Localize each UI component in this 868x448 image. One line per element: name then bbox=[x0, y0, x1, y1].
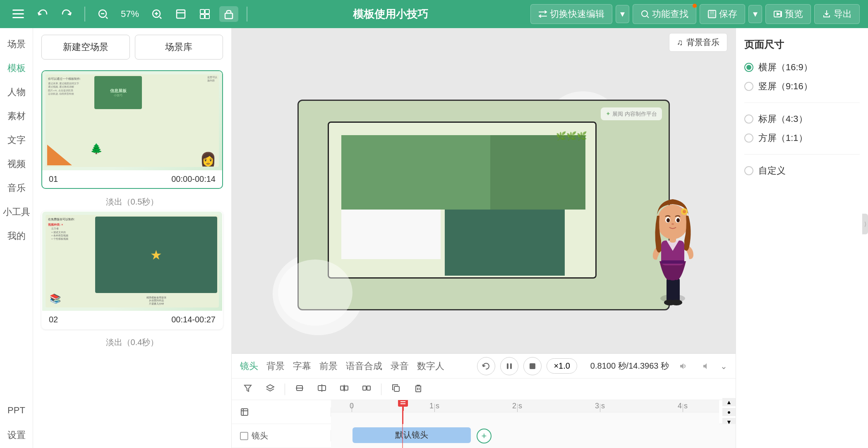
camera-clip[interactable]: 默认镜头 bbox=[352, 427, 471, 443]
timeline-stop-button[interactable] bbox=[523, 357, 542, 375]
sidebar-item-mine[interactable]: 我的 bbox=[0, 224, 33, 248]
scene-library-button[interactable]: 场景库 bbox=[135, 35, 223, 60]
svg-rect-12 bbox=[200, 10, 204, 14]
tab-camera[interactable]: 镜头 bbox=[240, 358, 258, 374]
save-dropdown[interactable]: ▾ bbox=[748, 5, 762, 23]
timeline-filter-button[interactable] bbox=[240, 382, 256, 397]
svg-rect-25 bbox=[673, 278, 680, 303]
option-portrait[interactable]: 竖屏（9:16） bbox=[744, 80, 860, 93]
sidebar-item-text[interactable]: 文字 bbox=[0, 128, 33, 152]
left-sidebar: 场景 模板 人物 素材 文字 视频 音乐 小工具 我的 PPT 设置 bbox=[0, 28, 33, 448]
tab-subtitle[interactable]: 字幕 bbox=[293, 358, 311, 374]
timeline-expand-button[interactable]: ⌄ bbox=[720, 361, 727, 371]
menu-button[interactable] bbox=[8, 7, 28, 21]
option-square[interactable]: 方屏（1:1） bbox=[744, 132, 860, 144]
playhead-line bbox=[402, 424, 403, 448]
preview-button[interactable]: 预览 bbox=[765, 4, 811, 24]
character-svg bbox=[635, 183, 710, 315]
fullscreen-button[interactable] bbox=[171, 6, 190, 22]
scroll-middle-button[interactable]: ● bbox=[722, 408, 736, 416]
timeline-camera-row: 镜头 默认镜头 + bbox=[232, 424, 736, 448]
canvas-slide[interactable]: ✦ 展阅 内容制作平台 🌿🌿🌿 bbox=[297, 100, 670, 310]
scene-list: 你可以通过一个模板制作: 通过录屏, 通过截图说明文字 通过视频, 通过教程讲解… bbox=[33, 66, 231, 448]
tab-foreground[interactable]: 前景 bbox=[319, 358, 338, 374]
scene-item-1[interactable]: 你可以通过一个模板制作: 通过录屏, 通过截图说明文字 通过视频, 通过教程讲解… bbox=[41, 70, 223, 189]
option-landscape-label: 横屏（16:9） bbox=[758, 61, 813, 74]
timeline-area: 镜头 背景 字幕 前景 语音合成 录音 数字人 bbox=[232, 353, 736, 448]
align-left-button[interactable] bbox=[292, 382, 307, 397]
add-clip-button[interactable]: + bbox=[477, 429, 492, 443]
options-divider-2 bbox=[744, 154, 860, 155]
scroll-up-button[interactable]: ▲ bbox=[722, 398, 736, 406]
slide-rect-3 bbox=[490, 135, 585, 210]
volume-down-button[interactable] bbox=[697, 357, 715, 375]
feature-search-label: 功能查找 bbox=[652, 8, 688, 20]
export-button[interactable]: 导出 bbox=[814, 4, 860, 24]
sidebar-item-music[interactable]: 音乐 bbox=[0, 176, 33, 200]
zoom-out-button[interactable] bbox=[94, 6, 113, 22]
grid-button[interactable] bbox=[195, 6, 214, 22]
bg-music-button[interactable]: ♫ 背景音乐 bbox=[669, 33, 727, 52]
timeline-controls: 镜头 背景 字幕 前景 语音合成 录音 数字人 bbox=[232, 354, 736, 379]
right-panel-title: 页面尺寸 bbox=[744, 38, 860, 51]
split-button[interactable] bbox=[336, 382, 352, 397]
switch-edit-button[interactable]: 切换快速编辑 bbox=[530, 4, 612, 24]
sidebar-item-video[interactable]: 视频 bbox=[0, 152, 33, 176]
timeline-pause-button[interactable] bbox=[500, 357, 518, 375]
sidebar-item-label: 小工具 bbox=[0, 206, 33, 218]
switch-edit-dropdown[interactable]: ▾ bbox=[616, 5, 629, 23]
svg-rect-53 bbox=[367, 386, 370, 390]
volume-up-button[interactable] bbox=[674, 357, 692, 375]
page-size-options: 横屏（16:9） 竖屏（9:16） 标屏（4:3） 方屏（1:1） bbox=[744, 61, 860, 177]
ruler-mark-3s: 3 s bbox=[595, 402, 605, 410]
sidebar-item-tools[interactable]: 小工具 bbox=[0, 200, 33, 224]
tab-background[interactable]: 背景 bbox=[266, 358, 285, 374]
timeline-reset-button[interactable] bbox=[477, 357, 495, 375]
scene-item-2[interactable]: 在免费版你可以制作: 视频种类: × 云力者 × 描述文本的 × 各种类型视频 … bbox=[41, 211, 223, 329]
sidebar-item-settings[interactable]: 设置 bbox=[0, 422, 33, 448]
option-standard[interactable]: 标屏（4:3） bbox=[744, 113, 860, 125]
sidebar-item-label: 设置 bbox=[0, 429, 33, 441]
undo-button[interactable] bbox=[33, 7, 52, 21]
svg-rect-41 bbox=[530, 363, 535, 369]
copy-button[interactable] bbox=[388, 382, 404, 397]
right-panel: 页面尺寸 横屏（16:9） 竖屏（9:16） 标屏（4:3） bbox=[736, 28, 868, 448]
option-landscape[interactable]: 横屏（16:9） bbox=[744, 61, 860, 74]
sidebar-item-ppt[interactable]: PPT bbox=[0, 398, 33, 422]
svg-line-18 bbox=[647, 16, 649, 18]
option-square-label: 方屏（1:1） bbox=[758, 132, 808, 144]
align-center-button[interactable] bbox=[314, 382, 330, 397]
new-scene-button[interactable]: 新建空场景 bbox=[41, 35, 130, 60]
sidebar-item-label: 音乐 bbox=[0, 182, 33, 194]
option-custom[interactable]: 自定义 bbox=[744, 164, 860, 177]
scene-1-footer: 01 00:00-00:14 bbox=[42, 170, 222, 188]
sidebar-item-character[interactable]: 人物 bbox=[0, 80, 33, 104]
switch-edit-label: 切换快速编辑 bbox=[550, 8, 604, 20]
canvas-top-bar: ♫ 背景音乐 bbox=[232, 28, 736, 57]
sidebar-item-material[interactable]: 素材 bbox=[0, 104, 33, 128]
lock-button[interactable] bbox=[219, 6, 238, 22]
camera-clip-label: 默认镜头 bbox=[395, 429, 428, 441]
save-button[interactable]: 保存 bbox=[700, 4, 745, 24]
toolbar-divider-1 bbox=[84, 7, 85, 21]
tab-tts[interactable]: 语音合成 bbox=[346, 358, 382, 374]
option-custom-label: 自定义 bbox=[758, 164, 786, 177]
svg-rect-58 bbox=[241, 409, 248, 415]
timeline-playhead[interactable] bbox=[402, 400, 403, 424]
delete-button[interactable] bbox=[410, 382, 426, 397]
sidebar-item-template[interactable]: 模板 bbox=[0, 56, 33, 80]
main-layout: 场景 模板 人物 素材 文字 视频 音乐 小工具 我的 PPT 设置 bbox=[0, 28, 868, 448]
timeline-layers-button[interactable] bbox=[262, 382, 278, 397]
merge-button[interactable] bbox=[359, 382, 374, 397]
redo-button[interactable] bbox=[57, 7, 76, 21]
slide-dark-rect bbox=[445, 210, 565, 276]
sidebar-item-scene[interactable]: 场景 bbox=[0, 32, 33, 56]
tab-digital[interactable]: 数字人 bbox=[417, 358, 444, 374]
zoom-in-button[interactable] bbox=[147, 6, 166, 22]
export-label: 导出 bbox=[834, 8, 852, 20]
svg-rect-21 bbox=[709, 14, 715, 18]
tab-record[interactable]: 录音 bbox=[391, 358, 409, 374]
app-title: 模板使用小技巧 bbox=[256, 7, 525, 21]
timeline-speed-button[interactable]: ×1.0 bbox=[547, 358, 577, 374]
feature-search-button[interactable]: 功能查找 bbox=[633, 4, 696, 24]
